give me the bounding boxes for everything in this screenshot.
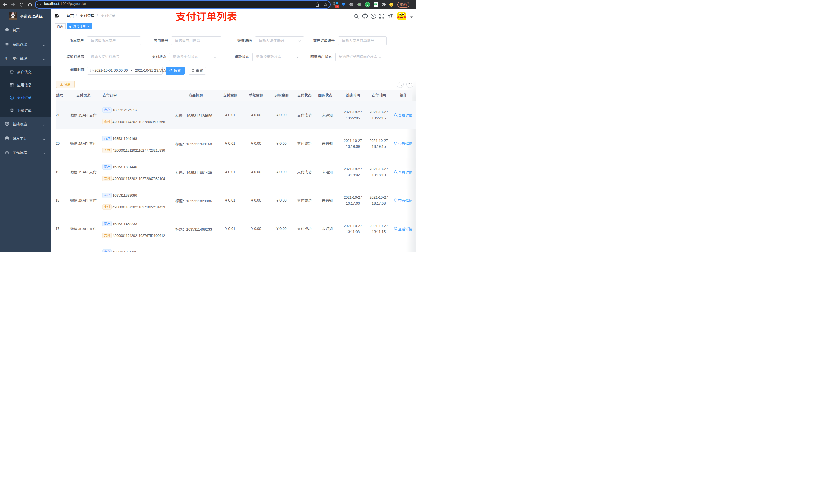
svg-text:y: y — [366, 3, 368, 6]
